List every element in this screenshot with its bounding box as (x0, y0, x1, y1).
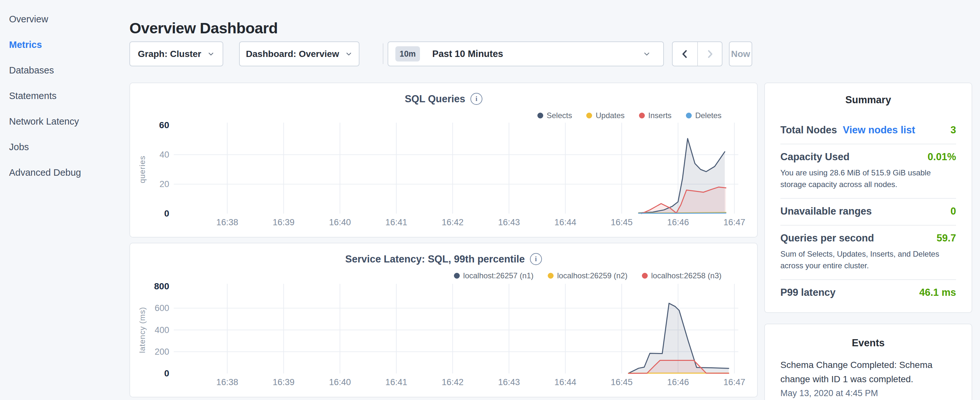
chevron-left-icon (679, 49, 690, 59)
svg-text:200: 200 (155, 347, 169, 357)
dashboard-dropdown-label: Dashboard: Overview (246, 49, 339, 59)
sidebar-item-statements[interactable]: Statements (0, 83, 129, 109)
page-title: Overview Dashboard (129, 19, 278, 37)
svg-text:60: 60 (159, 120, 169, 130)
app-root: Overview Metrics Databases Statements Ne… (0, 0, 980, 400)
svg-text:16:43: 16:43 (498, 217, 520, 227)
summary-row-total-nodes: Total Nodes View nodes list 3 (780, 118, 956, 144)
capacity-used-value: 0.01% (928, 151, 956, 163)
svg-text:16:38: 16:38 (216, 217, 239, 227)
sql-queries-card: SQL Queries i SelectsUpdatesInsertsDelet… (129, 83, 758, 237)
sidebar-item-network-latency[interactable]: Network Latency (0, 109, 129, 134)
svg-text:16:40: 16:40 (329, 217, 351, 227)
svg-text:16:47: 16:47 (724, 377, 745, 387)
queries-per-second-description: Sum of Selects, Updates, Inserts, and De… (780, 248, 956, 271)
summary-row-p99-latency: P99 latency 46.1 ms (780, 279, 956, 306)
svg-text:16:47: 16:47 (724, 217, 745, 227)
sidebar-item-advanced-debug[interactable]: Advanced Debug (0, 160, 129, 185)
p99-latency-label: P99 latency (780, 287, 836, 298)
now-button[interactable]: Now (729, 41, 752, 66)
summary-row-capacity-used: Capacity Used 0.01% You are using 28.6 M… (780, 144, 956, 198)
svg-text:16:41: 16:41 (385, 217, 407, 227)
svg-text:600: 600 (155, 303, 169, 313)
total-nodes-value: 3 (951, 124, 956, 136)
svg-text:16:44: 16:44 (555, 217, 576, 227)
dashboard-dropdown[interactable]: Dashboard: Overview (239, 41, 360, 66)
capacity-used-description: You are using 28.6 MiB of 515.9 GiB usab… (780, 167, 956, 190)
events-title: Events (780, 337, 956, 349)
svg-text:16:38: 16:38 (216, 377, 239, 387)
svg-text:0: 0 (164, 368, 169, 378)
service-latency-card: Service Latency: SQL, 99th percentile i … (129, 243, 758, 397)
sql-queries-chart[interactable]: 16:3816:3916:4016:4116:4216:4316:4416:45… (130, 83, 758, 239)
unavailable-ranges-label: Unavailable ranges (780, 206, 872, 217)
chevron-right-icon (704, 49, 715, 59)
summary-row-unavailable-ranges: Unavailable ranges 0 (780, 198, 956, 225)
event-list-item[interactable]: Schema Change Completed: Schema change w… (780, 358, 956, 398)
service-latency-chart[interactable]: 16:3816:3916:4016:4116:4216:4316:4416:45… (130, 243, 758, 399)
svg-text:16:42: 16:42 (442, 217, 464, 227)
sidebar-item-jobs[interactable]: Jobs (0, 134, 129, 160)
svg-text:16:39: 16:39 (273, 217, 295, 227)
svg-text:16:44: 16:44 (555, 377, 576, 387)
time-forward-button[interactable] (697, 42, 722, 66)
chevron-down-icon (643, 50, 651, 58)
graph-dropdown-label: Graph: Cluster (138, 49, 201, 59)
svg-text:16:46: 16:46 (667, 217, 689, 227)
svg-text:16:41: 16:41 (385, 377, 407, 387)
svg-text:16:43: 16:43 (498, 377, 520, 387)
controls-row: Graph: Cluster Dashboard: Overview 10m P… (129, 41, 970, 66)
unavailable-ranges-value: 0 (951, 206, 956, 217)
svg-text:40: 40 (159, 150, 169, 159)
summary-title: Summary (780, 94, 956, 106)
event-message: Schema Change Completed: Schema change w… (780, 358, 944, 386)
svg-text:16:45: 16:45 (611, 217, 633, 227)
svg-text:16:42: 16:42 (442, 377, 464, 387)
time-window-badge: 10m (395, 46, 420, 62)
time-window-label: Past 10 Minutes (432, 49, 503, 59)
total-nodes-label: Total Nodes (780, 124, 837, 136)
svg-text:queries: queries (138, 156, 146, 183)
sidebar-item-metrics[interactable]: Metrics (0, 32, 129, 57)
events-panel: Events Schema Change Completed: Schema c… (764, 324, 972, 400)
svg-text:16:39: 16:39 (273, 377, 295, 387)
svg-text:400: 400 (155, 325, 169, 335)
capacity-used-label: Capacity Used (780, 151, 850, 163)
view-nodes-list-link[interactable]: View nodes list (843, 124, 915, 136)
summary-panel: Summary Total Nodes View nodes list 3 Ca… (764, 83, 972, 313)
svg-text:16:46: 16:46 (667, 377, 689, 387)
queries-per-second-label: Queries per second (780, 233, 874, 244)
svg-text:800: 800 (154, 281, 169, 291)
chevron-down-icon (207, 50, 215, 58)
sidebar-item-databases[interactable]: Databases (0, 57, 129, 83)
event-timestamp: May 13, 2020 at 4:45 PM (780, 388, 956, 398)
p99-latency-value: 46.1 ms (919, 287, 956, 298)
svg-text:20: 20 (159, 179, 169, 189)
chevron-down-icon (345, 50, 353, 58)
svg-text:16:45: 16:45 (611, 377, 633, 387)
right-column: Summary Total Nodes View nodes list 3 Ca… (764, 83, 972, 400)
sidebar: Overview Metrics Databases Statements Ne… (0, 0, 129, 400)
svg-text:16:40: 16:40 (329, 377, 351, 387)
controls-divider (383, 43, 383, 64)
sidebar-item-overview[interactable]: Overview (0, 6, 129, 32)
svg-text:latency (ms): latency (ms) (138, 307, 146, 353)
graph-dropdown[interactable]: Graph: Cluster (129, 41, 223, 66)
summary-row-queries-per-second: Queries per second 59.7 Sum of Selects, … (780, 225, 956, 279)
time-back-button[interactable] (673, 42, 697, 66)
svg-text:0: 0 (164, 209, 169, 218)
time-window-selector[interactable]: 10m Past 10 Minutes (388, 41, 664, 66)
time-step-buttons (672, 41, 722, 66)
queries-per-second-value: 59.7 (937, 233, 956, 244)
